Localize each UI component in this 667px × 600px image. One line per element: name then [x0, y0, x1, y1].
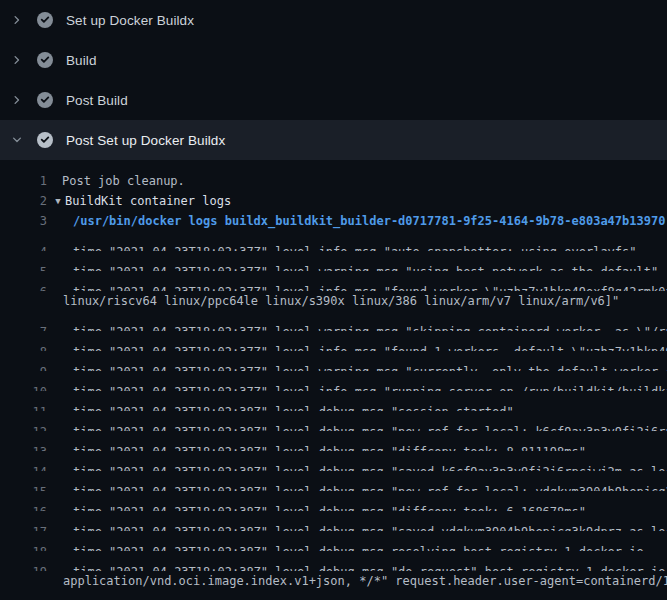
steps-list: Set up Docker Buildx Build Post Build Po…	[0, 0, 667, 160]
line-number[interactable]: 2	[0, 191, 47, 211]
log-line: 11 ▼ time="2021-04-23T18:02:38Z" level=d…	[0, 391, 667, 411]
check-circle-icon	[37, 52, 53, 68]
step-row-set-up-docker-buildx[interactable]: Set up Docker Buildx	[0, 0, 667, 40]
check-circle-icon	[37, 92, 53, 108]
line-text: time="2021-04-23T18:02:38Z" level=debug …	[47, 522, 667, 531]
log-line: 2 ▼ BuildKit container logs	[0, 191, 667, 211]
log-line: 8 ▼ time="2021-04-23T18:02:37Z" level=in…	[0, 331, 667, 351]
line-text: time="2021-04-23T18:02:38Z" level=debug …	[47, 562, 667, 571]
log-line: 20 ▼ time="2021-04-23T18:02:38Z" level=d…	[0, 591, 667, 600]
check-circle-icon	[37, 132, 53, 148]
line-number[interactable]: 17	[0, 522, 47, 531]
line-text: application/vnd.oci.image.index.v1+json,…	[47, 571, 667, 591]
line-number[interactable]: 3	[0, 211, 47, 231]
line-number[interactable]: 6	[0, 282, 47, 291]
log-viewer: 1 ▼ Post job cleanup. 2 ▼ BuildKit conta…	[0, 160, 667, 600]
log-line: 4 ▼ time="2021-04-23T18:02:37Z" level=in…	[0, 231, 667, 251]
line-text: time="2021-04-23T18:02:37Z" level=warnin…	[47, 362, 667, 371]
line-text: time="2021-04-23T18:02:38Z" level=debug …	[47, 422, 667, 431]
step-row-post-build[interactable]: Post Build	[0, 80, 667, 120]
log-line: 18 ▼ time="2021-04-23T18:02:38Z" level=d…	[0, 531, 667, 551]
line-number[interactable]: 8	[0, 342, 47, 351]
line-text: time="2021-04-23T18:02:37Z" level=info m…	[47, 382, 667, 391]
line-text: time="2021-04-23T18:02:38Z" level=debug …	[47, 462, 667, 471]
line-number[interactable]: 14	[0, 462, 47, 471]
log-line: 17 ▼ time="2021-04-23T18:02:38Z" level=d…	[0, 511, 667, 531]
line-number[interactable]: 4	[0, 242, 47, 251]
line-number[interactable]: 7	[0, 322, 47, 331]
log-line: 14 ▼ time="2021-04-23T18:02:38Z" level=d…	[0, 451, 667, 471]
chevron-right-icon	[11, 14, 23, 26]
log-line: 10 ▼ time="2021-04-23T18:02:37Z" level=i…	[0, 371, 667, 391]
step-label: Set up Docker Buildx	[66, 13, 194, 28]
log-line: 19 ▼ time="2021-04-23T18:02:38Z" level=d…	[0, 551, 667, 571]
line-text: time="2021-04-23T18:02:37Z" level=warnin…	[47, 322, 667, 331]
chevron-right-icon	[11, 94, 23, 106]
log-line: 9 ▼ time="2021-04-23T18:02:37Z" level=wa…	[0, 351, 667, 371]
step-label: Build	[66, 53, 97, 68]
log-line: ▼ linux/riscv64 linux/ppc64le linux/s390…	[0, 291, 667, 311]
log-line: 3 ▼ /usr/bin/docker logs buildx_buildkit…	[0, 211, 667, 231]
log-line: 1 ▼ Post job cleanup.	[0, 171, 667, 191]
line-number[interactable]	[0, 291, 47, 311]
log-line: 12 ▼ time="2021-04-23T18:02:38Z" level=d…	[0, 411, 667, 431]
step-label: Post Set up Docker Buildx	[66, 133, 225, 148]
line-number[interactable]: 19	[0, 562, 47, 571]
line-number[interactable]: 10	[0, 382, 47, 391]
line-text: time="2021-04-23T18:02:37Z" level=info m…	[47, 242, 637, 251]
actions-log-page: { "colors": { "background": "#0b0f15", "…	[0, 0, 667, 600]
line-text: time="2021-04-23T18:02:37Z" level=info m…	[47, 282, 667, 291]
line-text: BuildKit container logs	[65, 191, 231, 211]
log-line: 5 ▼ time="2021-04-23T18:02:37Z" level=wa…	[0, 251, 667, 271]
log-line: 15 ▼ time="2021-04-23T18:02:38Z" level=d…	[0, 471, 667, 491]
line-number[interactable]: 13	[0, 442, 47, 451]
step-row-build[interactable]: Build	[0, 40, 667, 80]
step-label: Post Build	[66, 93, 128, 108]
line-number[interactable]: 12	[0, 422, 47, 431]
line-text: time="2021-04-23T18:02:38Z" level=debug …	[47, 502, 586, 511]
line-number[interactable]: 16	[0, 502, 47, 511]
group-toggle-icon[interactable]: ▼	[47, 191, 65, 211]
chevron-down-icon	[11, 134, 23, 146]
line-text: time="2021-04-23T18:02:37Z" level=info m…	[47, 342, 667, 351]
line-number[interactable]	[0, 571, 47, 591]
line-number[interactable]: 1	[0, 171, 47, 191]
log-line: 7 ▼ time="2021-04-23T18:02:37Z" level=wa…	[0, 311, 667, 331]
line-number[interactable]: 15	[0, 482, 47, 491]
log-line: 6 ▼ time="2021-04-23T18:02:37Z" level=in…	[0, 271, 667, 291]
line-text: Post job cleanup.	[47, 171, 185, 191]
check-circle-icon	[37, 12, 53, 28]
log-line: ▼ application/vnd.oci.image.index.v1+jso…	[0, 571, 667, 591]
log-line: 16 ▼ time="2021-04-23T18:02:38Z" level=d…	[0, 491, 667, 511]
line-text: time="2021-04-23T18:02:38Z" level=debug …	[47, 482, 667, 491]
line-number[interactable]: 11	[0, 402, 47, 411]
line-number[interactable]: 5	[0, 262, 47, 271]
line-text: time="2021-04-23T18:02:37Z" level=warnin…	[47, 262, 658, 271]
line-number[interactable]: 18	[0, 542, 47, 551]
step-row-post-set-up-docker-buildx[interactable]: Post Set up Docker Buildx	[0, 120, 667, 160]
line-text: time="2021-04-23T18:02:38Z" level=debug …	[47, 542, 644, 551]
log-line: 13 ▼ time="2021-04-23T18:02:38Z" level=d…	[0, 431, 667, 451]
line-text: linux/riscv64 linux/ppc64le linux/s390x …	[47, 291, 619, 311]
line-text: /usr/bin/docker logs buildx_buildkit_bui…	[47, 211, 665, 231]
line-text: time="2021-04-23T18:02:38Z" level=debug …	[47, 402, 514, 411]
chevron-right-icon	[11, 54, 23, 66]
line-number[interactable]: 9	[0, 362, 47, 371]
line-text: time="2021-04-23T18:02:38Z" level=debug …	[47, 442, 586, 451]
